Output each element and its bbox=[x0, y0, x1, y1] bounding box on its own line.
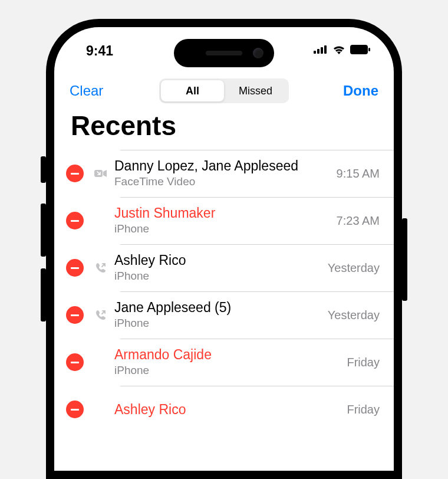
delete-button[interactable] bbox=[66, 401, 84, 418]
tab-all[interactable]: All bbox=[161, 80, 224, 101]
call-row[interactable]: Justin ShumakeriPhone7:23 AM bbox=[66, 197, 394, 244]
screen: 9:41 Clear All Missed Done Recents bbox=[54, 27, 394, 471]
call-time: Yesterday bbox=[328, 261, 380, 275]
device-frame: 9:41 Clear All Missed Done Recents bbox=[46, 19, 402, 479]
done-button[interactable]: Done bbox=[325, 83, 378, 99]
outgoing-call-icon bbox=[93, 309, 108, 321]
clear-button[interactable]: Clear bbox=[70, 83, 123, 99]
call-row[interactable]: Ashley RicoiPhoneYesterday bbox=[66, 244, 394, 291]
svg-rect-1 bbox=[317, 49, 319, 54]
call-row[interactable]: Ashley RicoFriday bbox=[66, 386, 394, 433]
call-subtitle: iPhone bbox=[114, 316, 322, 331]
notch bbox=[174, 39, 274, 67]
call-time: Yesterday bbox=[328, 309, 380, 322]
call-subtitle: iPhone bbox=[114, 269, 322, 284]
wifi-icon bbox=[332, 45, 345, 57]
status-time: 9:41 bbox=[86, 43, 113, 59]
svg-rect-3 bbox=[324, 45, 327, 54]
tab-missed[interactable]: Missed bbox=[224, 80, 287, 101]
call-name: Jane Appleseed (5) bbox=[114, 299, 322, 316]
call-time: 7:23 AM bbox=[337, 214, 380, 228]
nav-bar: Clear All Missed Done bbox=[54, 74, 394, 107]
svg-rect-5 bbox=[368, 48, 370, 51]
call-time: 9:15 AM bbox=[337, 167, 380, 181]
delete-button[interactable] bbox=[66, 212, 84, 229]
call-name: Justin Shumaker bbox=[114, 205, 331, 222]
call-time: Friday bbox=[347, 356, 380, 369]
svg-rect-4 bbox=[350, 45, 368, 54]
segmented-control[interactable]: All Missed bbox=[159, 78, 289, 103]
delete-button[interactable] bbox=[66, 353, 84, 371]
svg-rect-2 bbox=[321, 47, 323, 54]
delete-button[interactable] bbox=[66, 165, 84, 182]
call-name: Ashley Rico bbox=[114, 401, 341, 418]
delete-button[interactable] bbox=[66, 259, 84, 277]
call-name: Ashley Rico bbox=[114, 252, 322, 269]
call-subtitle: FaceTime Video bbox=[114, 175, 331, 189]
call-time: Friday bbox=[347, 403, 380, 416]
call-subtitle: iPhone bbox=[114, 363, 341, 378]
outgoing-call-icon bbox=[93, 262, 108, 274]
video-icon bbox=[93, 169, 108, 178]
battery-icon bbox=[350, 45, 370, 57]
call-row[interactable]: Armando CajideiPhoneFriday bbox=[66, 339, 394, 386]
recents-list: Danny Lopez, Jane AppleseedFaceTime Vide… bbox=[54, 150, 394, 433]
delete-button[interactable] bbox=[66, 306, 84, 324]
call-subtitle: iPhone bbox=[114, 222, 331, 237]
page-title: Recents bbox=[54, 107, 394, 150]
call-row[interactable]: Jane Appleseed (5)iPhoneYesterday bbox=[66, 291, 394, 339]
call-row[interactable]: Danny Lopez, Jane AppleseedFaceTime Vide… bbox=[66, 150, 394, 197]
call-name: Danny Lopez, Jane Appleseed bbox=[114, 158, 331, 175]
call-name: Armando Cajide bbox=[114, 346, 341, 363]
signal-icon bbox=[314, 45, 328, 56]
svg-rect-0 bbox=[314, 51, 316, 54]
